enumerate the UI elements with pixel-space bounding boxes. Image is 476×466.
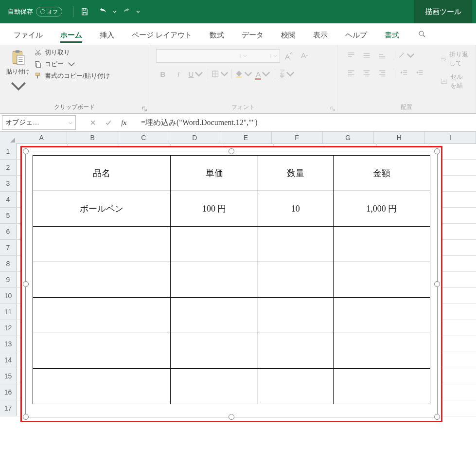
row-header-16[interactable]: 16 — [0, 384, 16, 400]
tab-review[interactable]: 校閲 — [274, 27, 302, 45]
column-header-F[interactable]: F — [272, 132, 323, 143]
row-header-4[interactable]: 4 — [0, 192, 16, 208]
font-name-dropdown[interactable] — [240, 54, 249, 58]
row-header-14[interactable]: 14 — [0, 352, 16, 368]
orientation-button[interactable] — [397, 49, 415, 62]
column-header-C[interactable]: C — [118, 132, 169, 143]
redo-button[interactable] — [117, 0, 136, 23]
font-size-dropdown[interactable] — [270, 54, 280, 58]
tab-home[interactable]: ホーム — [53, 27, 89, 45]
table-cell — [33, 227, 171, 262]
bold-button[interactable]: B — [156, 68, 170, 80]
enter-formula-button[interactable] — [101, 116, 116, 129]
column-header-H[interactable]: H — [374, 132, 425, 143]
row-header-11[interactable]: 11 — [0, 304, 16, 320]
table-cell — [258, 333, 333, 369]
tool-tab-label: 描画ツール — [425, 7, 461, 17]
copy-button[interactable]: コピー — [34, 60, 110, 69]
resize-handle-w[interactable] — [23, 281, 29, 287]
align-middle-button[interactable] — [360, 49, 373, 62]
cut-button[interactable]: 切り取り — [34, 48, 110, 57]
tab-view[interactable]: 表示 — [306, 27, 335, 45]
table-cell — [33, 333, 171, 369]
worksheet[interactable]: ABCDEFGHI 1234567891011121314151617 品名単価… — [0, 132, 476, 466]
increase-font-button[interactable]: A^ — [282, 50, 296, 62]
formula-input[interactable]: =埋め込み("Word.Document.12","") — [134, 118, 476, 128]
decrease-indent-button[interactable] — [397, 67, 411, 79]
underline-button[interactable]: U — [187, 68, 205, 80]
fx-button[interactable]: fx — [117, 116, 131, 129]
row-header-5[interactable]: 5 — [0, 208, 16, 224]
resize-handle-ne[interactable] — [434, 148, 440, 154]
increase-indent-button[interactable] — [413, 67, 426, 79]
tab-help[interactable]: ヘルプ — [338, 27, 374, 45]
row-header-8[interactable]: 8 — [0, 256, 16, 272]
align-center-button[interactable] — [360, 67, 373, 79]
column-header-G[interactable]: G — [323, 132, 374, 143]
border-button[interactable] — [211, 68, 229, 80]
align-right-button[interactable] — [375, 67, 389, 79]
row-header-1[interactable]: 1 — [0, 143, 16, 160]
tab-data[interactable]: データ — [235, 27, 270, 45]
resize-handle-se[interactable] — [434, 414, 440, 420]
column-header-D[interactable]: D — [169, 132, 220, 143]
undo-dropdown[interactable] — [112, 0, 117, 23]
row-header-12[interactable]: 12 — [0, 320, 16, 336]
row-header-2[interactable]: 2 — [0, 160, 16, 176]
column-header-I[interactable]: I — [425, 132, 476, 143]
select-all-corner[interactable] — [0, 132, 17, 144]
font-name-select[interactable] — [156, 49, 280, 63]
tab-page-layout[interactable]: ページ レイアウト — [125, 27, 199, 45]
format-painter-button[interactable]: 書式のコピー/貼り付け — [34, 72, 110, 80]
drawing-tools-tab[interactable]: 描画ツール — [414, 0, 472, 23]
save-button[interactable] — [75, 0, 94, 23]
row-headers: 1234567891011121314151617 — [0, 143, 17, 416]
search-button[interactable] — [411, 26, 433, 45]
column-header-B[interactable]: B — [67, 132, 118, 143]
separator — [231, 69, 232, 79]
cancel-formula-button[interactable] — [86, 116, 100, 129]
align-bottom-button[interactable] — [375, 49, 389, 62]
fill-color-button[interactable] — [235, 68, 252, 80]
tab-formulas[interactable]: 数式 — [203, 27, 231, 45]
svg-point-0 — [419, 31, 423, 36]
align-left-button[interactable] — [344, 67, 358, 79]
merge-button[interactable]: セルを結 — [441, 72, 469, 90]
wrap-text-button[interactable]: 折り返して — [441, 50, 469, 68]
resize-handle-sw[interactable] — [23, 414, 29, 420]
align-top-button[interactable] — [344, 49, 358, 62]
resize-handle-s[interactable] — [229, 414, 234, 420]
tab-file[interactable]: ファイル — [7, 27, 50, 45]
italic-button[interactable]: I — [172, 68, 185, 80]
row-header-15[interactable]: 15 — [0, 368, 16, 384]
embedded-word-object[interactable]: 品名単価数量金額 ボールペン100 円101,000 円 — [20, 146, 442, 422]
row-header-17[interactable]: 17 — [0, 400, 16, 416]
row-header-3[interactable]: 3 — [0, 176, 16, 192]
row-header-7[interactable]: 7 — [0, 240, 16, 256]
column-header-E[interactable]: E — [220, 132, 271, 143]
column-header-A[interactable]: A — [16, 132, 67, 143]
fill-color-icon — [235, 70, 243, 78]
resize-handle-e[interactable] — [434, 281, 440, 287]
row-header-13[interactable]: 13 — [0, 336, 16, 352]
autosave-toggle[interactable]: 自動保存 オフ — [4, 7, 66, 17]
paste-label: 貼り付け — [6, 68, 30, 76]
font-color-button[interactable]: A — [254, 68, 272, 80]
paste-button[interactable]: 貼り付け — [4, 47, 32, 96]
row-header-10[interactable]: 10 — [0, 288, 16, 304]
resize-handle-nw[interactable] — [23, 148, 29, 154]
qat-customize[interactable] — [136, 0, 141, 23]
resize-handle-n[interactable] — [229, 148, 234, 154]
tab-insert[interactable]: 挿入 — [93, 27, 121, 45]
tab-format[interactable]: 書式 — [378, 27, 406, 45]
font-launcher[interactable] — [329, 106, 336, 112]
row-header-9[interactable]: 9 — [0, 272, 16, 288]
phonetic-button[interactable]: ア亜 — [278, 68, 296, 80]
row-header-6[interactable]: 6 — [0, 224, 16, 240]
clipboard-launcher[interactable] — [141, 106, 148, 112]
name-box[interactable]: オブジェ… — [2, 115, 76, 130]
undo-button[interactable] — [94, 0, 112, 23]
table-cell — [171, 227, 258, 262]
redo-icon — [122, 7, 131, 16]
decrease-font-button[interactable]: Aˇ — [298, 50, 311, 62]
